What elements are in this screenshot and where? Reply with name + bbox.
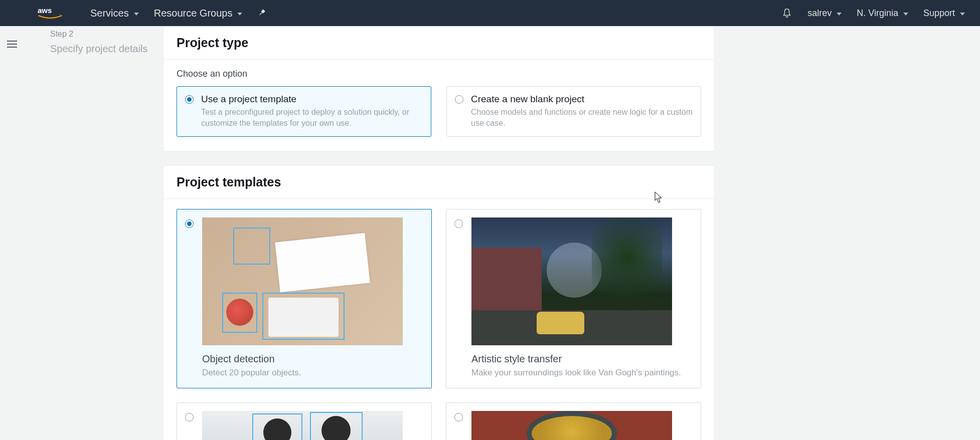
notifications-button[interactable] xyxy=(781,7,792,19)
resource-groups-menu[interactable]: Resource Groups xyxy=(154,8,243,19)
radio-icon xyxy=(185,413,194,421)
svg-text:aws: aws xyxy=(38,6,52,15)
radio-icon xyxy=(455,95,463,104)
chevron-down-icon xyxy=(837,13,842,16)
project-templates-panel: Project templates Object detection Detec… xyxy=(163,165,715,440)
template-thumbnail xyxy=(202,217,403,345)
side-panel-toggle[interactable] xyxy=(4,36,20,52)
services-menu[interactable]: Services xyxy=(90,8,139,19)
templates-grid: Object detection Detect 20 popular objec… xyxy=(164,199,714,440)
wizard-step-indicator: Step 2 Specify project details xyxy=(50,28,148,56)
template-thumbnail xyxy=(471,411,672,440)
services-label: Services xyxy=(90,8,129,19)
nav-left: Services Resource Groups xyxy=(90,8,267,19)
main-content: Step 2 Specify project details Project t… xyxy=(25,26,980,440)
resource-groups-label: Resource Groups xyxy=(154,8,233,19)
template-thumbnail xyxy=(202,411,403,440)
project-type-panel: Project type Choose an option Use a proj… xyxy=(163,26,715,151)
option-blank-project[interactable]: Create a new blank project Choose models… xyxy=(446,86,701,137)
chevron-down-icon xyxy=(903,13,908,16)
template-artistic-style-transfer[interactable]: Artistic style transfer Make your surrou… xyxy=(446,209,701,388)
radio-icon xyxy=(185,219,194,228)
support-label: Support xyxy=(923,8,955,19)
template-title: Artistic style transfer xyxy=(471,353,692,365)
template-card-partial-3[interactable] xyxy=(177,402,432,440)
radio-icon xyxy=(454,219,463,228)
chevron-down-icon xyxy=(960,13,965,16)
chevron-down-icon xyxy=(134,13,139,16)
aws-top-nav: aws Services Resource Groups salrev N. V… xyxy=(0,0,980,26)
project-type-options: Use a project template Test a preconfigu… xyxy=(177,86,701,137)
choose-option-label: Choose an option xyxy=(177,69,701,79)
template-desc: Detect 20 popular objects. xyxy=(202,368,422,378)
step-number: Step 2 xyxy=(50,28,148,40)
option-desc: Test a preconfigured project to deploy a… xyxy=(201,107,423,128)
radio-icon xyxy=(454,413,463,421)
project-type-heading: Project type xyxy=(177,36,701,50)
radio-icon xyxy=(185,95,194,104)
chevron-down-icon xyxy=(237,13,242,16)
support-menu[interactable]: Support xyxy=(923,8,965,19)
aws-logo[interactable]: aws xyxy=(38,6,63,21)
option-use-template[interactable]: Use a project template Test a preconfigu… xyxy=(177,86,431,137)
account-username: salrev xyxy=(807,8,832,19)
account-menu[interactable]: salrev xyxy=(807,8,842,19)
template-title: Object detection xyxy=(202,353,422,365)
step-title: Specify project details xyxy=(50,41,148,56)
template-object-detection[interactable]: Object detection Detect 20 popular objec… xyxy=(177,209,432,388)
project-type-header: Project type xyxy=(164,27,714,60)
option-title: Use a project template xyxy=(201,94,423,105)
template-desc: Make your surroundings look like Van Gog… xyxy=(471,368,692,378)
project-templates-heading: Project templates xyxy=(177,175,701,189)
option-title: Create a new blank project xyxy=(471,94,693,105)
region-label: N. Virginia xyxy=(857,8,898,19)
template-thumbnail xyxy=(471,217,672,345)
template-card-partial-4[interactable] xyxy=(446,402,701,440)
region-menu[interactable]: N. Virginia xyxy=(857,8,908,19)
option-desc: Choose models and functions or create ne… xyxy=(471,107,693,128)
nav-right: salrev N. Virginia Support xyxy=(781,7,965,19)
pin-shortcut-button[interactable] xyxy=(257,8,267,18)
project-templates-header: Project templates xyxy=(164,166,714,199)
